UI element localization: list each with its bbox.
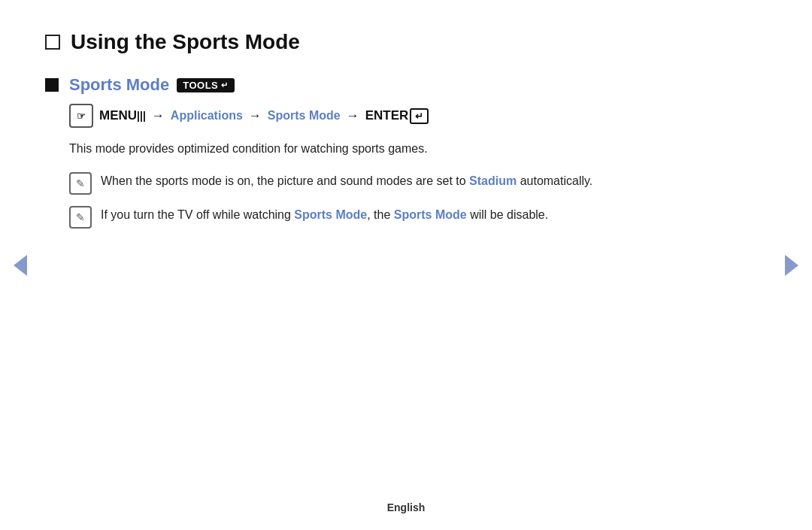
- arrow-2: →: [249, 108, 262, 123]
- tools-badge: TOOLS↵: [177, 78, 235, 92]
- page-title-row: Using the Sports Mode: [45, 30, 752, 54]
- enter-icon: ↵: [410, 108, 429, 124]
- note2-mid: , the: [367, 208, 394, 221]
- note2-sports-mode-1: Sports Mode: [294, 208, 367, 221]
- section-content: Sports Mode TOOLS↵ ☞ MENU||| → Applicati…: [69, 75, 752, 239]
- nav-right-arrow[interactable]: [785, 255, 798, 276]
- page-container: Using the Sports Mode Sports Mode TOOLS↵…: [0, 0, 812, 530]
- menu-bars-icon: |||: [137, 110, 146, 122]
- arrow-1: →: [152, 108, 165, 123]
- footer-language: English: [0, 501, 812, 513]
- note1-before: When the sports mode is on, the picture …: [101, 174, 469, 187]
- menu-label: MENU|||: [99, 108, 146, 123]
- note-item-1: ✎ When the sports mode is on, the pictur…: [69, 171, 752, 195]
- tools-arrow-icon: ↵: [221, 80, 229, 90]
- arrow-3: →: [347, 108, 359, 123]
- note-icon-2: ✎: [69, 206, 92, 229]
- note2-sports-mode-2: Sports Mode: [394, 208, 467, 221]
- menu-hand-icon: ☞: [69, 104, 93, 128]
- note-item-2: ✎ If you turn the TV off while watching …: [69, 205, 752, 229]
- page-title: Using the Sports Mode: [71, 30, 300, 54]
- main-section: Sports Mode TOOLS↵ ☞ MENU||| → Applicati…: [45, 75, 752, 239]
- nav-left-arrow[interactable]: [14, 255, 27, 276]
- title-checkbox-icon: [45, 35, 60, 50]
- note2-after: will be disable.: [467, 208, 549, 221]
- enter-box: ENTER↵: [365, 108, 429, 124]
- enter-label: ENTER: [365, 108, 409, 123]
- menu-label-text: MENU: [99, 108, 137, 123]
- note-text-1: When the sports mode is on, the picture …: [101, 171, 592, 191]
- note1-after: automatically.: [517, 174, 592, 187]
- note2-before: If you turn the TV off while watching: [101, 208, 294, 221]
- applications-link: Applications: [171, 109, 243, 123]
- note-icon-1: ✎: [69, 172, 92, 195]
- description-text: This mode provides optimized condition f…: [69, 140, 752, 158]
- section-title: Sports Mode: [69, 75, 169, 95]
- sports-mode-link-1: Sports Mode: [268, 109, 341, 123]
- menu-path-row: ☞ MENU||| → Applications → Sports Mode →…: [69, 104, 752, 128]
- note-text-2: If you turn the TV off while watching Sp…: [101, 205, 548, 225]
- note1-stadium: Stadium: [469, 174, 517, 187]
- section-bullet-icon: [45, 78, 59, 92]
- section-heading: Sports Mode TOOLS↵: [69, 75, 752, 95]
- tools-badge-label: TOOLS: [183, 80, 218, 91]
